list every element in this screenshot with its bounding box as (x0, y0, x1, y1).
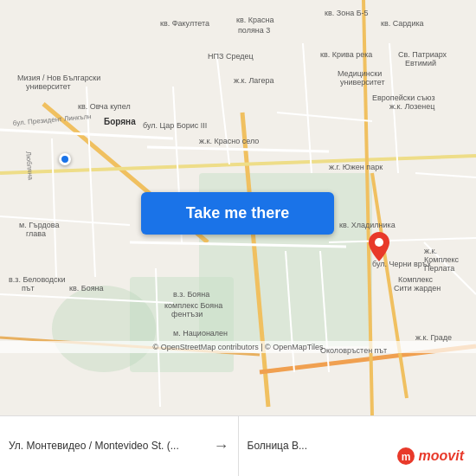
moovit-logo: m moovit (396, 447, 464, 466)
bottom-bar: Ул. Монтевидео / Montevideo St. (... → Б… (0, 415, 476, 476)
svg-point-5 (375, 238, 383, 247)
destination-marker (369, 232, 389, 261)
map-attribution: © OpenStreetMap contributors | © OpenMap… (0, 341, 476, 353)
origin-text: Ул. Монтевидео / Montevideo St. (... (9, 439, 209, 453)
moovit-logo-icon: m (396, 447, 415, 466)
origin-section[interactable]: Ул. Монтевидео / Montevideo St. (... → (0, 416, 239, 476)
arrow-icon: → (214, 437, 229, 455)
moovit-logo-text: moovit (419, 448, 464, 464)
take-me-there-button[interactable]: Take me there (141, 192, 334, 235)
origin-marker (59, 153, 71, 165)
app: бул. Президент Линкълн Любляна кв. Факул… (0, 0, 476, 476)
svg-text:Любляна: Любляна (24, 151, 35, 181)
svg-text:бул. Президент Линкълн: бул. Президент Линкълн (12, 113, 92, 127)
svg-text:m: m (401, 451, 410, 463)
map-container: бул. Президент Линкълн Любляна кв. Факул… (0, 0, 476, 415)
